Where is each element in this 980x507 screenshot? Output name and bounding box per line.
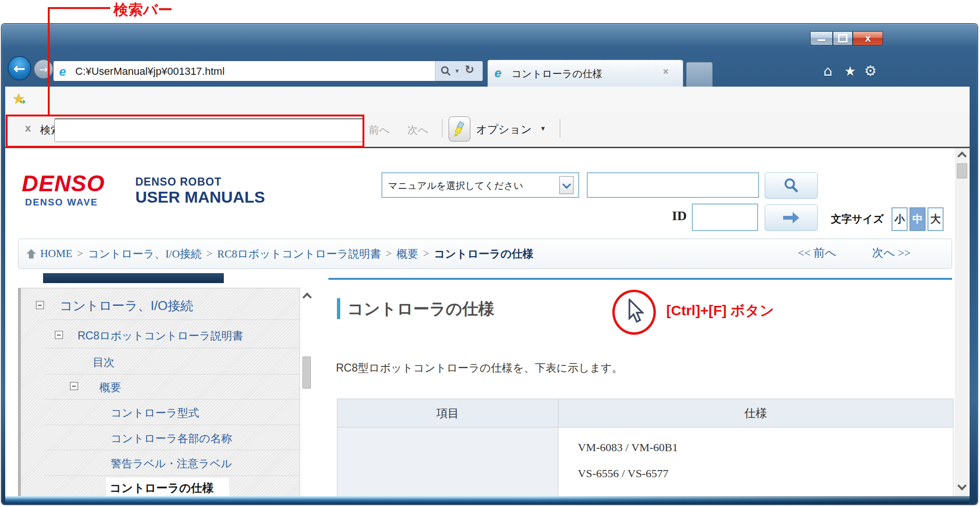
denso-wave-logo: DENSO WAVE — [25, 197, 98, 208]
search-icon[interactable] — [440, 65, 451, 77]
page-title: コントローラの仕様 — [347, 298, 494, 320]
screenshot-stage: x ← → e C:¥UserManual¥jp¥001317.html ▼ ↻… — [0, 0, 980, 507]
tab-title: コントローラの仕様 — [512, 67, 602, 80]
spec-table: 項目 仕様 VM-6083 / VM-60B1 VS-6556 / VS-657… — [337, 399, 954, 496]
breadcrumb-current: コントローラの仕様 — [434, 247, 533, 261]
mouse-cursor-icon — [626, 299, 646, 323]
sidebar-scroll-thumb[interactable] — [302, 356, 311, 389]
window-bottom-border — [5, 496, 970, 504]
address-controls: ▼ ↻ — [435, 61, 483, 81]
home-icon[interactable]: ⌂ — [823, 62, 832, 79]
search-dropdown-caret-icon[interactable]: ▼ — [454, 68, 460, 74]
search-button[interactable] — [765, 172, 818, 199]
id-input[interactable] — [692, 204, 758, 231]
sidebar-item-overview[interactable]: 概要 — [99, 380, 121, 395]
tree-separator — [44, 374, 300, 374]
address-bar[interactable]: e C:¥UserManual¥jp¥001317.html ▼ ↻ — [53, 61, 483, 81]
breadcrumb-link-controller-io[interactable]: コントローラ、I/O接続 — [88, 247, 202, 261]
back-button[interactable]: ← — [8, 56, 31, 80]
options-caret-icon[interactable]: ▼ — [540, 125, 546, 132]
site-title-line1: DENSO ROBOT — [135, 176, 221, 188]
chevron-down-icon — [562, 180, 571, 188]
tab-close-icon[interactable]: × — [663, 66, 669, 77]
tree-separator — [44, 348, 300, 348]
scroll-up-icon[interactable] — [302, 293, 312, 302]
sidebar-item-part-names[interactable]: コントローラ各部の名称 — [111, 431, 232, 446]
font-size-small-label: 小 — [894, 212, 905, 226]
page-scrollbar[interactable] — [955, 148, 968, 496]
prev-page-link[interactable]: << 前へ — [798, 245, 837, 260]
scroll-down-icon[interactable] — [957, 481, 967, 490]
manual-select[interactable]: マニュアルを選択してください — [381, 172, 579, 198]
font-size-large-label: 大 — [930, 212, 941, 226]
sidebar-item-controller-model[interactable]: コントローラ型式 — [111, 406, 199, 420]
favorites-star-icon[interactable]: ★ — [844, 63, 856, 79]
highlighter-icon — [452, 121, 467, 137]
page-scroll-thumb[interactable] — [957, 163, 967, 178]
favorites-arrow-icon: ➜ — [19, 97, 26, 106]
annotation-search-bar-box — [6, 115, 364, 148]
refresh-icon[interactable]: ↻ — [465, 63, 474, 76]
col-header-item: 項目 — [337, 399, 558, 427]
spec-item-cell — [337, 427, 558, 497]
sidebar-item-toc[interactable]: 目次 — [93, 355, 115, 370]
sidebar-item-controller-spec-selected[interactable]: コントローラの仕様 — [106, 478, 229, 496]
settings-gear-icon[interactable]: ⚙ — [864, 62, 877, 79]
sidebar-item-warning-labels[interactable]: 警告ラベル・注意ラベル — [111, 456, 232, 471]
tree-separator — [44, 320, 300, 320]
minimize-button[interactable] — [810, 31, 833, 45]
scroll-up-icon[interactable] — [957, 151, 967, 161]
minus-glyph: − — [71, 383, 77, 389]
breadcrumb-home-link[interactable]: HOME — [40, 248, 72, 260]
annotation-ctrl-f-label: [Ctrl]+[F] ボタン — [666, 301, 774, 320]
id-go-button[interactable] — [765, 205, 818, 231]
find-previous-button[interactable]: 前へ — [369, 123, 390, 137]
sidebar-item-label: コントローラの仕様 — [110, 480, 213, 496]
keyword-search-input[interactable] — [587, 172, 759, 198]
tree-separator — [44, 399, 300, 400]
site-title-line2: USER MANUALS — [135, 188, 265, 206]
tree-collapse-icon[interactable]: − — [36, 301, 44, 309]
find-next-button[interactable]: 次へ — [407, 123, 429, 137]
tree-separator — [44, 450, 300, 450]
spec-table-row: VM-6083 / VM-60B1 VS-6556 / VS-6577 VS05… — [337, 427, 954, 497]
maximize-button[interactable] — [833, 31, 853, 45]
intro-text: RC8型ロボットコントローラの仕様を、下表に示します。 — [336, 361, 623, 375]
ie-page-icon: e — [59, 64, 66, 79]
sidebar-scrollbar[interactable] — [301, 290, 313, 494]
close-button[interactable]: x — [853, 31, 883, 45]
address-url: C:¥UserManual¥jp¥001317.html — [75, 65, 225, 78]
next-page-link[interactable]: 次へ >> — [872, 245, 911, 260]
spec-value-cell: VM-6083 / VM-60B1 VS-6556 / VS-6577 VS05… — [558, 427, 954, 497]
forward-button[interactable]: → — [34, 60, 53, 79]
sidebar-item-rc8-manual[interactable]: RC8ロボットコントローラ説明書 — [78, 329, 243, 343]
breadcrumb-link-overview[interactable]: 概要 — [397, 247, 418, 261]
new-tab-stub[interactable] — [686, 62, 713, 88]
favorites-bar: ★ ➜ — [5, 87, 970, 113]
manual-select-dropdown-button[interactable] — [559, 176, 574, 194]
font-size-medium-button[interactable]: 中 — [909, 207, 926, 231]
breadcrumb-sep: > — [423, 248, 429, 260]
tab-controller-spec[interactable]: e コントローラの仕様 × — [487, 60, 683, 87]
col-header-spec: 仕様 — [558, 399, 954, 427]
sidebar-item-controller-io[interactable]: コントローラ、I/O接続 — [60, 297, 193, 314]
annotation-leader-line-h — [48, 7, 110, 9]
options-button[interactable]: オプション — [476, 122, 532, 137]
spec-line: VS-6556 / VS-6577 — [578, 467, 953, 480]
tree-collapse-icon[interactable]: − — [55, 331, 63, 339]
breadcrumb-link-rc8-manual[interactable]: RC8ロボットコントローラ説明書 — [217, 247, 381, 261]
tree-separator — [44, 475, 300, 476]
findbar-separator — [442, 119, 442, 137]
tree-separator — [44, 425, 300, 425]
sidebar-tree: − コントローラ、I/O接続 − RC8ロボットコントローラ説明書 目次 − 概… — [18, 288, 300, 496]
home-icon-breadcrumb[interactable] — [26, 249, 36, 259]
highlight-all-button[interactable] — [449, 116, 470, 142]
font-size-medium-label: 中 — [912, 212, 923, 226]
tree-collapse-icon[interactable]: − — [70, 382, 78, 390]
window-controls: x — [810, 31, 883, 45]
font-size-large-button[interactable]: 大 — [927, 207, 944, 231]
spec-table-header-row: 項目 仕様 — [337, 399, 954, 427]
annotation-search-bar-label: 検索バー — [114, 0, 173, 20]
content-top-divider — [328, 278, 952, 280]
font-size-small-button[interactable]: 小 — [892, 207, 908, 231]
